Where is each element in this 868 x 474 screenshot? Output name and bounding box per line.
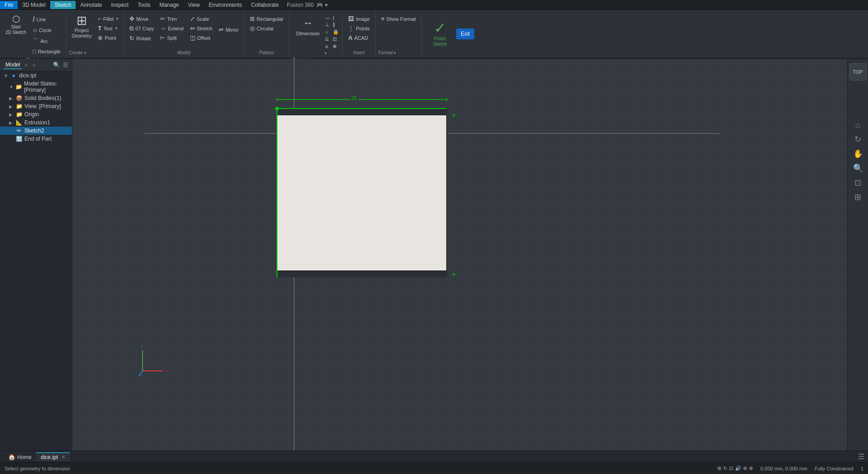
tab-home[interactable]: 🏠 Home bbox=[4, 452, 36, 461]
ribbon-group-insert: 🖼 Image ⋮ Points A ACAD Insert bbox=[343, 12, 376, 56]
nav-home-icon[interactable]: ⌂ bbox=[855, 120, 860, 130]
sidebar-search-icon[interactable]: 🔍 bbox=[53, 62, 60, 68]
circular-icon: ◎ bbox=[250, 25, 255, 32]
sidebar-tab-add[interactable]: + bbox=[32, 61, 36, 69]
stretch-button[interactable]: ⇔ Stretch bbox=[187, 24, 215, 33]
arc-button[interactable]: ⌒ Arc bbox=[30, 36, 63, 46]
top-view-button[interactable]: TOP bbox=[849, 63, 867, 81]
menu-tools[interactable]: Tools bbox=[133, 1, 155, 9]
point-button[interactable]: ⊕ Point bbox=[95, 33, 121, 42]
main-area: Model ✕ + 🔍 ☰ ▼ ● dice.ipt ▼ 📁 Model Sta… bbox=[0, 59, 868, 450]
status-icon-4[interactable]: 🔊 bbox=[735, 465, 741, 471]
move-button[interactable]: ✥ Move bbox=[127, 14, 157, 23]
constrain-btn-3[interactable]: ⊥ bbox=[324, 21, 332, 28]
canvas-grid bbox=[72, 59, 847, 450]
sidebar-tab-model[interactable]: Model bbox=[4, 61, 22, 69]
menu-3dmodel[interactable]: 3D Model bbox=[18, 1, 50, 9]
start-2d-sketch-button[interactable]: ⬡ Start 2D Sketch bbox=[3, 13, 29, 37]
finish-sketch-label: Finish Sketch bbox=[433, 36, 447, 47]
acad-button[interactable]: A ACAD bbox=[345, 33, 372, 42]
text-dropdown[interactable]: ▾ bbox=[115, 26, 117, 30]
line-icon: / bbox=[33, 15, 34, 24]
canvas-area[interactable]: 25 + + → ↑ bbox=[72, 59, 847, 450]
menu-sketch[interactable]: Sketch bbox=[50, 1, 76, 9]
ex1-icon: 📐 bbox=[15, 119, 23, 126]
constrain-btn-6[interactable]: 🔒 bbox=[332, 28, 339, 35]
fillet-button[interactable]: ⌐ Fillet ▾ bbox=[95, 14, 121, 23]
tree-item-solid-bodies[interactable]: ▶ 📦 Solid Bodies(1) bbox=[0, 94, 72, 102]
constrain-btn-8[interactable]: ⊡ bbox=[332, 36, 339, 43]
pattern-tools: ⊞ Rectangular ◎ Circular bbox=[247, 13, 286, 48]
constrain-btn-4[interactable]: ∥ bbox=[332, 21, 339, 28]
circle-button[interactable]: ○ Circle bbox=[30, 25, 63, 35]
circular-button[interactable]: ◎ Circular bbox=[247, 24, 286, 33]
status-right: ⊞ ↻ ⊡ 🔊 ⊕ ⊗ 0.000 mm, 0.000 mm Fully Con… bbox=[717, 465, 863, 471]
nav-zoom-icon[interactable]: 🔍 bbox=[853, 163, 863, 173]
scale-button[interactable]: ⤢ Scale bbox=[187, 14, 215, 23]
constrain-btn-10[interactable]: ⊕ bbox=[332, 43, 339, 50]
sidebar-menu-icon[interactable]: ☰ bbox=[63, 62, 68, 68]
tree-item-root[interactable]: ▼ ● dice.ipt bbox=[0, 71, 72, 80]
menu-collaborate[interactable]: Collaborate bbox=[247, 1, 283, 9]
tree-item-end-of-part[interactable]: 🔚 End of Part bbox=[0, 135, 72, 143]
split-button[interactable]: ⊢ Split bbox=[157, 33, 186, 42]
tree-item-view[interactable]: ▶ 📁 View: [Primary] bbox=[0, 102, 72, 110]
show-format-button[interactable]: ≡ Show Format bbox=[378, 14, 419, 23]
tab-dice[interactable]: dice.ipt ✕ bbox=[36, 452, 70, 461]
menu-environments[interactable]: Environments bbox=[204, 1, 246, 9]
menu-file[interactable]: File bbox=[0, 1, 18, 9]
sketch-bottom-bar bbox=[277, 271, 447, 277]
text-icon: T bbox=[98, 25, 101, 32]
hamburger-icon[interactable]: ☰ bbox=[858, 452, 864, 461]
status-icon-6[interactable]: ⊗ bbox=[749, 465, 753, 471]
canvas-svg: 25 + + → ↑ bbox=[72, 59, 847, 450]
points-button[interactable]: ⋮ Points bbox=[345, 24, 372, 33]
rotate-button[interactable]: ↻ Rotate bbox=[127, 34, 157, 43]
constrain-btn-5[interactable]: ○ bbox=[324, 28, 332, 35]
constrain-btn-1[interactable]: — bbox=[324, 14, 332, 21]
status-icon-3[interactable]: ⊡ bbox=[729, 465, 733, 471]
status-nav-icons: ⊞ ↻ ⊡ 🔊 ⊕ ⊗ bbox=[717, 465, 753, 471]
project-geometry-button[interactable]: ⊞ Project Geometry bbox=[69, 13, 95, 41]
format-dropdown-arrow[interactable]: ▾ bbox=[394, 51, 396, 55]
nav-fit-icon[interactable]: ⊡ bbox=[854, 178, 861, 188]
nav-orbit-icon[interactable]: ↻ bbox=[854, 134, 861, 144]
sidebar-tab-close[interactable]: ✕ bbox=[24, 62, 29, 68]
nav-view-icon[interactable]: ⊞ bbox=[854, 192, 861, 202]
mirror-button[interactable]: ⇌ Mirror bbox=[216, 25, 241, 34]
menu-inspect[interactable]: Inspect bbox=[106, 1, 133, 9]
tab-close-icon[interactable]: ✕ bbox=[62, 455, 65, 460]
image-button[interactable]: 🖼 Image bbox=[345, 14, 372, 23]
extend-button[interactable]: ↔ Extend bbox=[157, 24, 186, 33]
ex1-label: Extrusion1 bbox=[24, 119, 50, 126]
constrain-btn-7[interactable]: ⊆ bbox=[324, 36, 332, 43]
exit-button[interactable]: Exit bbox=[456, 28, 474, 39]
offset-button[interactable]: ◫ Offset bbox=[187, 33, 215, 42]
menu-annotate[interactable]: Annotate bbox=[76, 1, 106, 9]
menu-view[interactable]: View bbox=[184, 1, 205, 9]
tree-item-origin[interactable]: ▶ 📁 Origin bbox=[0, 110, 72, 118]
rectangle-button[interactable]: □ Rectangle bbox=[30, 47, 63, 56]
finish-sketch-button[interactable]: ✓ Finish Sketch bbox=[427, 19, 453, 49]
tree-item-extrusion1[interactable]: ▶ 📐 Extrusion1 bbox=[0, 118, 72, 127]
tree-item-model-states[interactable]: ▼ 📁 Model States: [Primary] bbox=[0, 80, 72, 94]
status-icon-2[interactable]: ↻ bbox=[723, 465, 727, 471]
line-button[interactable]: / Line bbox=[30, 14, 63, 24]
constrain-btn-9[interactable]: ≡ bbox=[324, 43, 332, 50]
menu-dropdown[interactable]: ▾ bbox=[325, 2, 328, 8]
constrain-more[interactable]: ▾ bbox=[324, 51, 327, 56]
create-dropdown[interactable]: ▾ bbox=[84, 51, 86, 55]
nav-pan-icon[interactable]: ✋ bbox=[853, 149, 863, 159]
trim-button[interactable]: ✂ Trim bbox=[157, 14, 186, 23]
status-icon-5[interactable]: ⊕ bbox=[743, 465, 747, 471]
copy-button[interactable]: ⧉ 07 Copy bbox=[127, 24, 157, 33]
dimension-button[interactable]: ↔ Dimension bbox=[292, 13, 324, 38]
constrain-btn-2[interactable]: | bbox=[332, 14, 339, 21]
text-button[interactable]: T Text ▾ bbox=[95, 24, 121, 33]
tree-item-sketch2[interactable]: ✏ Sketch2 bbox=[0, 127, 72, 135]
menu-manage[interactable]: Manage bbox=[155, 1, 183, 9]
status-icon-1[interactable]: ⊞ bbox=[717, 465, 721, 471]
ex1-expand: ▶ bbox=[9, 120, 14, 125]
fillet-dropdown[interactable]: ▾ bbox=[116, 17, 118, 21]
rectangular-button[interactable]: ⊞ Rectangular bbox=[247, 14, 286, 23]
